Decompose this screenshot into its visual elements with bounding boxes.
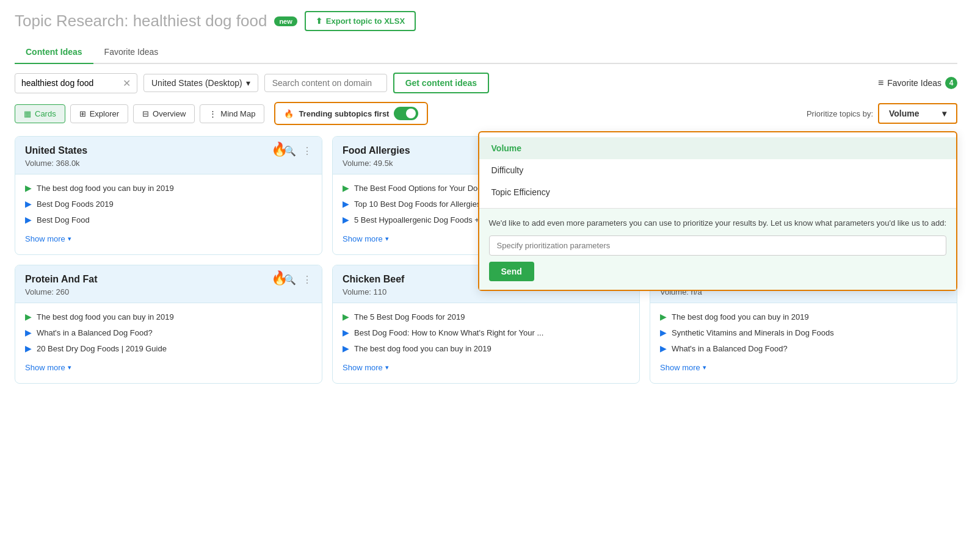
explorer-icon: ⊞ [79, 109, 86, 118]
card-item: ▶ What's in a Balanced Dog Food? [660, 343, 947, 353]
blue-arrow-icon: ▶ [25, 343, 32, 353]
blue-arrow-icon: ▶ [343, 343, 349, 353]
blue-arrow-icon: ▶ [343, 215, 349, 224]
chevron-down-icon: ▾ [942, 109, 946, 118]
chevron-down-icon: ▾ [68, 364, 71, 372]
dropdown-options: Volume Difficulty Topic Efficiency [479, 132, 956, 208]
more-options-button[interactable]: ⋮ [302, 145, 312, 157]
dropdown-option-topic-efficiency[interactable]: Topic Efficiency [479, 181, 956, 203]
page-header: Topic Research: healthiest dog food new … [15, 11, 957, 31]
card-volume: Volume: 260 [25, 287, 284, 296]
card-item: ▶ Synthetic Vitamins and Minerals in Dog… [660, 328, 947, 337]
chevron-down-icon: ▾ [246, 78, 250, 88]
suggestion-text: We'd like to add even more parameters yo… [489, 217, 946, 229]
dropdown-option-difficulty[interactable]: Difficulty [479, 159, 956, 181]
dropdown-option-volume[interactable]: Volume [479, 137, 956, 159]
chevron-down-icon: ▾ [385, 235, 389, 243]
prioritize-select-button[interactable]: Volume ▾ [878, 103, 957, 124]
view-explorer-button[interactable]: ⊞ Explorer [70, 104, 128, 123]
blue-arrow-icon: ▶ [660, 343, 667, 353]
tabs-bar: Content Ideas Favorite Ideas [15, 41, 957, 64]
trending-switch[interactable] [394, 107, 418, 120]
tab-content-ideas[interactable]: Content Ideas [15, 41, 93, 64]
fire-icon: 🔥 [284, 109, 294, 118]
favorite-ideas-link[interactable]: ≡ Favorite Ideas 4 [878, 77, 957, 89]
card-body: ▶ The 5 Best Dog Foods for 2019 ▶ Best D… [333, 303, 639, 383]
prioritize-dropdown: Volume Difficulty Topic Efficiency We'd … [478, 131, 957, 291]
dropdown-suggestion-section: We'd like to add even more parameters yo… [479, 208, 956, 290]
tab-favorite-ideas[interactable]: Favorite Ideas [93, 41, 170, 64]
controls-row: ▦ Cards ⊞ Explorer ⊟ Overview ⋮ Mind Map… [15, 102, 957, 125]
blue-arrow-icon: ▶ [25, 328, 32, 337]
card-item: ▶ What's in a Balanced Dog Food? [25, 328, 312, 337]
more-options-button[interactable]: ⋮ [302, 274, 312, 285]
prioritize-label: Prioritize topics by: [807, 109, 873, 118]
show-more-button[interactable]: Show more ▾ [343, 359, 629, 375]
keyword-input-wrap: ✕ [15, 73, 137, 93]
chevron-down-icon: ▾ [385, 364, 389, 372]
search-row: ✕ United States (Desktop) ▾ Get content … [15, 73, 957, 93]
card-item: ▶ 20 Best Dry Dog Foods | 2019 Guide [25, 343, 312, 353]
card-header: Protein And Fat Volume: 260 🔥 🔍 ⋮ [15, 265, 322, 303]
card-item: ▶ Best Dog Foods 2019 [25, 199, 312, 209]
blue-arrow-icon: ▶ [660, 328, 667, 337]
card-item: ▶ The 5 Best Dog Foods for 2019 [343, 312, 629, 321]
trending-fire-icon: 🔥 [271, 270, 288, 286]
view-mindmap-button[interactable]: ⋮ Mind Map [200, 104, 264, 123]
view-overview-button[interactable]: ⊟ Overview [133, 104, 195, 123]
card-body: ▶ The best dog food you can buy in 2019 … [15, 174, 322, 254]
card-title: United States [25, 145, 284, 156]
card-item: ▶ Best Dog Food: How to Know What's Righ… [343, 328, 629, 337]
send-button[interactable]: Send [489, 262, 534, 281]
blue-arrow-icon: ▶ [25, 215, 32, 224]
new-badge: new [274, 16, 297, 26]
trending-fire-icon: 🔥 [271, 142, 288, 157]
card-title: Protein And Fat [25, 274, 284, 285]
card-item: ▶ The best dog food you can buy in 2019 [25, 312, 312, 321]
show-more-button[interactable]: Show more ▾ [25, 231, 312, 246]
suggestion-input[interactable] [489, 235, 946, 256]
show-more-button[interactable]: Show more ▾ [25, 359, 312, 375]
blue-arrow-icon: ▶ [25, 199, 32, 209]
card-united-states: United States Volume: 368.0k 🔥 🔍 ⋮ ▶ The… [15, 136, 322, 255]
keyword-input[interactable] [21, 78, 119, 88]
green-arrow-icon: ▶ [343, 183, 349, 193]
card-header: United States Volume: 368.0k 🔥 🔍 ⋮ [15, 137, 322, 174]
green-arrow-icon: ▶ [25, 183, 32, 193]
card-item: ▶ The best dog food you can buy in 2019 [660, 312, 947, 321]
card-body: ▶ The best dog food you can buy in 2019 … [650, 303, 957, 383]
card-body: ▶ The best dog food you can buy in 2019 … [15, 303, 322, 383]
trending-toggle[interactable]: 🔥 Trending subtopics first [274, 102, 428, 125]
mindmap-icon: ⋮ [209, 109, 217, 118]
export-button[interactable]: Export topic to XLSX [305, 11, 416, 31]
chevron-down-icon: ▾ [68, 235, 71, 243]
card-volume: Volume: 368.0k [25, 159, 284, 168]
favorite-count-badge: 4 [945, 77, 957, 89]
view-cards-button[interactable]: ▦ Cards [15, 104, 65, 123]
green-arrow-icon: ▶ [660, 312, 667, 321]
location-select[interactable]: United States (Desktop) ▾ [143, 74, 258, 92]
overview-icon: ⊟ [142, 109, 149, 118]
card-item: ▶ The best dog food you can buy in 2019 [343, 343, 629, 353]
chevron-down-icon: ▾ [703, 364, 706, 372]
clear-icon[interactable]: ✕ [123, 77, 131, 89]
green-arrow-icon: ▶ [343, 312, 349, 321]
card-item: ▶ The best dog food you can buy in 2019 [25, 183, 312, 193]
blue-arrow-icon: ▶ [343, 328, 349, 337]
cards-icon: ▦ [24, 109, 31, 118]
show-more-button[interactable]: Show more ▾ [660, 359, 947, 375]
blue-arrow-icon: ▶ [343, 199, 349, 209]
get-ideas-button[interactable]: Get content ideas [393, 73, 489, 93]
green-arrow-icon: ▶ [25, 312, 32, 321]
card-item: ▶ Best Dog Food [25, 215, 312, 224]
page-title: Topic Research: healthiest dog food [15, 12, 267, 31]
domain-input[interactable] [264, 74, 387, 92]
card-protein-fat: Protein And Fat Volume: 260 🔥 🔍 ⋮ ▶ The … [15, 265, 322, 384]
